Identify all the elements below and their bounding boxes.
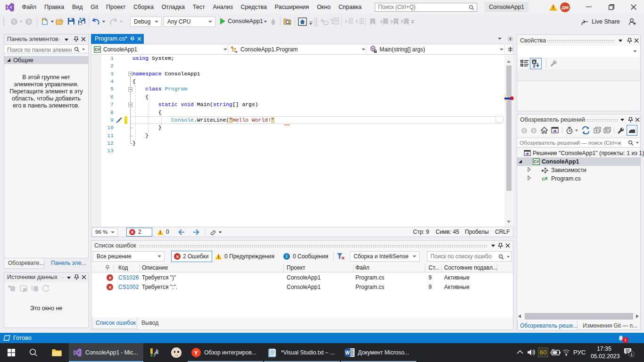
svg-text:C: C (542, 176, 545, 181)
svg-text:W: W (345, 350, 350, 355)
svg-text:C#: C# (95, 47, 100, 52)
svg-text:C#: C# (534, 159, 539, 164)
svg-text:Z: Z (533, 64, 535, 68)
